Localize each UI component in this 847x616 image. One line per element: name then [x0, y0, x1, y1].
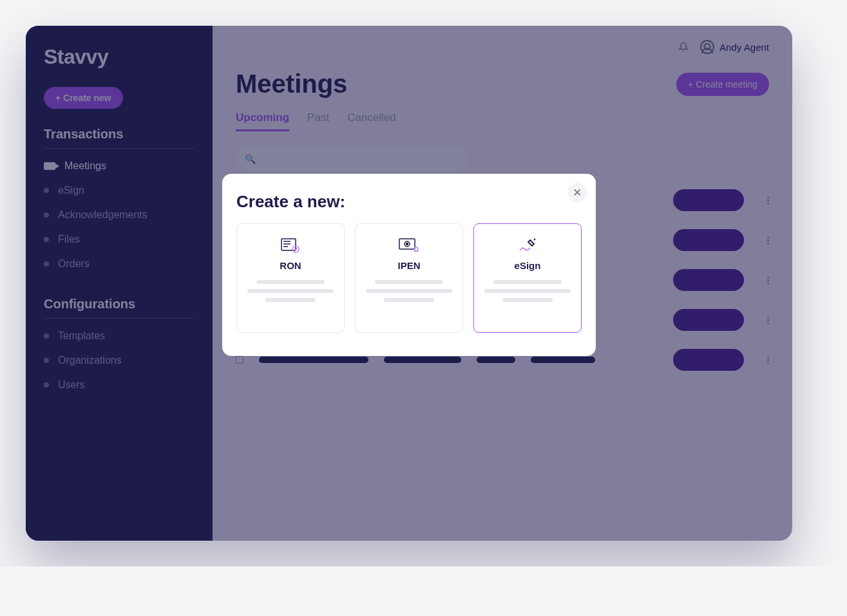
- close-button[interactable]: ✕: [567, 183, 587, 202]
- ron-icon: [279, 237, 302, 254]
- option-card-esign[interactable]: eSign: [473, 223, 582, 333]
- ipen-icon: [397, 237, 421, 254]
- app-window: Stavvy + Create new Transactions Meeting…: [26, 26, 792, 541]
- card-title: IPEN: [397, 260, 420, 271]
- placeholder-lines: [363, 280, 455, 302]
- svg-rect-0: [281, 239, 296, 250]
- card-title: RON: [280, 260, 301, 271]
- option-cards: RON IPEN: [236, 223, 582, 333]
- modal-overlay[interactable]: ✕ Create a new: RON IPEN: [26, 26, 792, 541]
- placeholder-lines: [482, 280, 573, 302]
- esign-icon: [516, 237, 539, 254]
- modal-title: Create a new:: [236, 192, 582, 212]
- close-icon: ✕: [573, 186, 582, 200]
- svg-point-7: [406, 243, 408, 245]
- create-new-modal: ✕ Create a new: RON IPEN: [222, 174, 596, 356]
- placeholder-lines: [245, 280, 336, 302]
- option-card-ron[interactable]: RON: [236, 223, 345, 333]
- option-card-ipen[interactable]: IPEN: [355, 223, 463, 333]
- card-title: eSign: [515, 260, 541, 271]
- svg-line-9: [534, 239, 535, 240]
